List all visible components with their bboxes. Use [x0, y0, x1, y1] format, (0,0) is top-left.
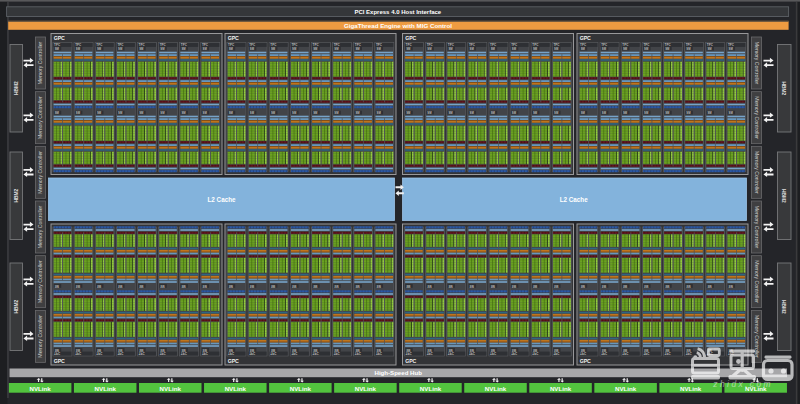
- svg-text:GPC: GPC: [228, 358, 239, 364]
- svg-text:GigaThread Engine with MIG Con: GigaThread Engine with MIG Control: [344, 22, 452, 29]
- svg-text:NVLink: NVLink: [290, 385, 312, 392]
- svg-text:HBM2: HBM2: [14, 81, 19, 95]
- svg-text:GPC: GPC: [405, 35, 416, 41]
- svg-text:GPC: GPC: [54, 35, 65, 41]
- svg-text:GPC: GPC: [580, 35, 591, 41]
- svg-text:z h i d x . c o m: z h i d x . c o m: [712, 379, 770, 389]
- svg-text:HBM2: HBM2: [14, 300, 19, 314]
- svg-text:HBM2: HBM2: [14, 189, 19, 203]
- svg-text:HBM2: HBM2: [781, 300, 786, 314]
- svg-text:GPC: GPC: [228, 35, 239, 41]
- svg-text:NVLink: NVLink: [420, 385, 442, 392]
- svg-text:GPC: GPC: [405, 358, 416, 364]
- svg-text:NVLink: NVLink: [485, 385, 507, 392]
- svg-text:Memory Controller: Memory Controller: [37, 41, 43, 84]
- svg-text:NVLink: NVLink: [615, 385, 637, 392]
- svg-text:Memory Controller: Memory Controller: [754, 206, 760, 249]
- svg-text:Memory Controller: Memory Controller: [37, 260, 43, 303]
- svg-text:PCI Express 4.0 Host Interface: PCI Express 4.0 Host Interface: [354, 9, 441, 15]
- svg-text:NVLink: NVLink: [225, 385, 247, 392]
- svg-text:NVLink: NVLink: [680, 385, 702, 392]
- svg-text:Memory Controller: Memory Controller: [37, 205, 43, 248]
- svg-text:Memory Controller: Memory Controller: [754, 42, 760, 85]
- svg-text:L2 Cache: L2 Cache: [560, 196, 588, 203]
- svg-text:GPC: GPC: [54, 358, 65, 364]
- svg-text:Memory Controller: Memory Controller: [754, 260, 760, 303]
- svg-text:Memory Controller: Memory Controller: [754, 315, 760, 358]
- svg-text:Memory Controller: Memory Controller: [37, 96, 43, 139]
- svg-text:Memory Controller: Memory Controller: [754, 96, 760, 139]
- svg-text:NVLink: NVLink: [550, 385, 572, 392]
- svg-text:NVLink: NVLink: [355, 385, 377, 392]
- svg-text:Memory Controller: Memory Controller: [37, 315, 43, 358]
- svg-text:NVLink: NVLink: [95, 385, 117, 392]
- svg-text:NVLink: NVLink: [29, 385, 51, 392]
- svg-text:NVLink: NVLink: [160, 385, 182, 392]
- svg-text:GPC: GPC: [580, 358, 591, 364]
- svg-text:HBM2: HBM2: [781, 189, 786, 203]
- svg-text:High-Speed Hub: High-Speed Hub: [374, 369, 422, 376]
- svg-text:Memory Controller: Memory Controller: [37, 151, 43, 194]
- svg-text:L2 Cache: L2 Cache: [208, 196, 236, 203]
- svg-text:HBM2: HBM2: [781, 81, 786, 95]
- svg-text:Memory Controller: Memory Controller: [754, 151, 760, 194]
